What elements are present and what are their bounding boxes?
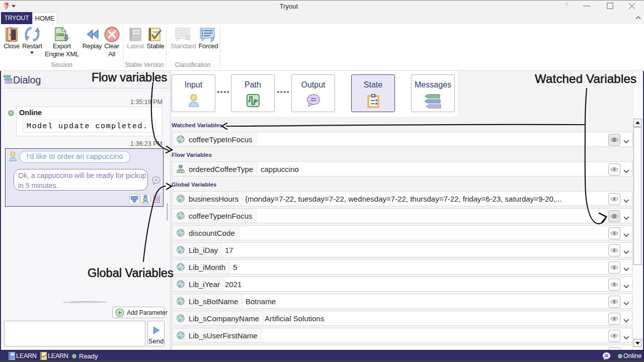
svg-text:XML: XML xyxy=(56,32,66,37)
